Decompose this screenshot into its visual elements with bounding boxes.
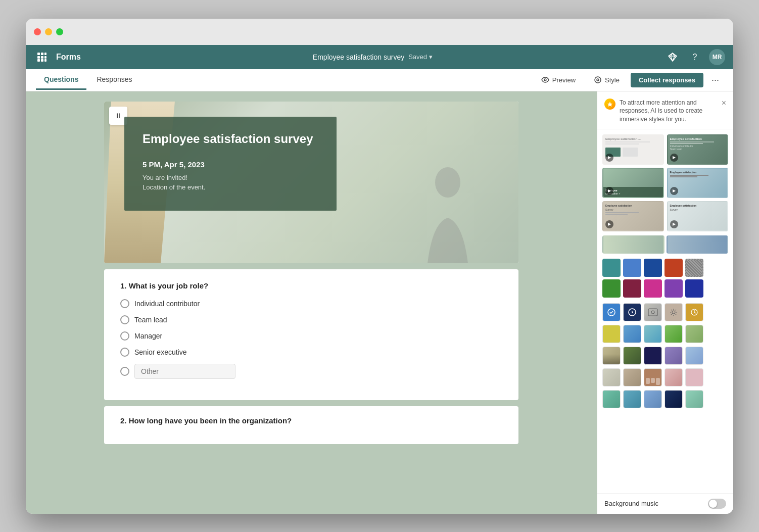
minimize-button[interactable] xyxy=(45,28,52,35)
radio-senior[interactable] xyxy=(120,348,129,357)
tile-city[interactable] xyxy=(602,347,621,365)
tile-green-light[interactable] xyxy=(685,325,703,343)
option-senior: Senior executive xyxy=(120,348,502,357)
tile-meadow[interactable] xyxy=(665,325,683,343)
swatch-purple[interactable] xyxy=(665,279,683,298)
tab-responses[interactable]: Responses xyxy=(88,70,140,90)
tile-stripe[interactable] xyxy=(644,390,662,408)
option-label-teamlead: Team lead xyxy=(134,316,167,324)
svg-rect-0 xyxy=(37,53,40,55)
swatch-dark-red[interactable] xyxy=(623,279,641,298)
swatch-terracotta[interactable] xyxy=(665,259,683,277)
tile-sky[interactable] xyxy=(623,325,641,343)
preview-label: Preview xyxy=(552,76,576,84)
theme-thumb-2[interactable]: Employee satisfaction Individual contrib… xyxy=(667,134,729,165)
cover-date: 5 PM, Apr 5, 2023 xyxy=(143,160,318,169)
tile-pink-texture[interactable] xyxy=(665,368,683,386)
swatch-texture[interactable] xyxy=(685,259,703,277)
saved-badge: Saved ▾ xyxy=(408,53,433,61)
panel-scroll[interactable]: Employee satisfaction ... ▶ xyxy=(597,129,733,493)
preview-button[interactable]: Preview xyxy=(534,73,583,87)
svg-marker-9 xyxy=(669,53,677,61)
tile-mint[interactable] xyxy=(685,390,703,408)
tile-teal-grad[interactable] xyxy=(602,390,621,408)
background-music-toggle[interactable] xyxy=(708,499,726,509)
tile-row-1 xyxy=(597,302,733,322)
radio-individual[interactable] xyxy=(120,299,129,308)
tab-questions[interactable]: Questions xyxy=(36,70,86,90)
help-icon-button[interactable]: ? xyxy=(687,49,703,65)
option-other xyxy=(120,364,502,379)
svg-point-16 xyxy=(595,77,601,83)
tile-gear[interactable] xyxy=(665,303,683,321)
svg-rect-1 xyxy=(41,53,43,55)
tile-rose[interactable] xyxy=(685,368,703,386)
tile-dark-icon[interactable] xyxy=(623,303,641,321)
tile-yellow[interactable] xyxy=(602,325,621,343)
play-icon-2: ▶ xyxy=(670,154,678,162)
ai-icon xyxy=(604,99,615,110)
close-panel-button[interactable]: × xyxy=(722,99,726,108)
radio-teamlead[interactable] xyxy=(120,315,129,324)
survey-title: Employee satisfaction survey xyxy=(313,53,404,61)
tile-gold[interactable] xyxy=(685,303,703,321)
theme-thumb-4[interactable]: Employee satisfaction ▶ xyxy=(667,168,729,198)
tile-forest[interactable] xyxy=(623,347,641,365)
swatch-dark-blue[interactable] xyxy=(644,259,662,277)
swatch-blue-medium[interactable] xyxy=(623,259,641,277)
maximize-button[interactable] xyxy=(56,28,63,35)
tile-sky-blue[interactable] xyxy=(685,347,703,365)
radio-manager[interactable] xyxy=(120,331,129,341)
question-icon: ? xyxy=(693,53,697,62)
cover-title: Employee satisfaction survey xyxy=(143,132,318,146)
waffle-menu-button[interactable] xyxy=(34,49,50,65)
play-icon-3: ▶ xyxy=(605,187,613,195)
swatch-green[interactable] xyxy=(602,279,621,298)
question-1-content: 1. What is your job role? Individual con… xyxy=(104,269,518,400)
tile-ocean[interactable] xyxy=(644,325,662,343)
tile-indigo-dark[interactable] xyxy=(665,390,683,408)
style-button[interactable]: Style xyxy=(587,73,627,87)
tile-night[interactable] xyxy=(644,347,662,365)
radio-other[interactable] xyxy=(120,367,129,376)
diamond-icon-button[interactable] xyxy=(665,49,681,65)
user-avatar[interactable]: MR xyxy=(709,49,725,65)
theme-thumb-3[interactable]: Employee satisfaction ✓ ▶ xyxy=(602,168,664,198)
cover-image: ⏸ Employee satisfaction survey 5 PM, Apr… xyxy=(104,102,518,263)
tile-lavender[interactable] xyxy=(665,347,683,365)
tile-wood[interactable] xyxy=(623,368,641,386)
svg-point-24 xyxy=(672,311,675,314)
theme-thumb-7[interactable] xyxy=(602,235,665,254)
collect-responses-button[interactable]: Collect responses xyxy=(631,73,703,87)
tile-people[interactable] xyxy=(644,368,662,386)
other-input[interactable] xyxy=(134,364,235,379)
cover-card: ⏸ Employee satisfaction survey 5 PM, Apr… xyxy=(104,102,518,263)
tile-row-4 xyxy=(597,367,733,388)
tile-grey-room[interactable] xyxy=(602,368,621,386)
swatch-pink[interactable] xyxy=(644,279,662,298)
theme-thumb-8[interactable] xyxy=(667,235,729,254)
chevron-down-icon: ▾ xyxy=(429,53,433,61)
swatch-teal[interactable] xyxy=(602,259,621,277)
main-content: ⏸ Employee satisfaction survey 5 PM, Apr… xyxy=(26,91,733,514)
question-1-label: 1. What is your job role? xyxy=(120,281,502,290)
cover-overlay: Employee satisfaction survey 5 PM, Apr 5… xyxy=(124,117,337,211)
theme-thumb-5[interactable]: Employee satisfaction Survey ▶ xyxy=(602,201,664,231)
svg-point-17 xyxy=(597,79,599,81)
swatch-row-2 xyxy=(602,279,728,298)
form-editor: ⏸ Employee satisfaction survey 5 PM, Apr… xyxy=(26,91,597,514)
theme-thumb-6[interactable]: Employee satisfaction Survey ▶ xyxy=(667,201,729,231)
app-header: Forms Employee satisfaction survey Saved… xyxy=(26,45,733,69)
tile-grey-photo[interactable] xyxy=(644,303,662,321)
theme-thumb-1[interactable]: Employee satisfaction ... ▶ xyxy=(602,134,664,165)
header-left: Forms xyxy=(34,49,81,65)
more-options-button[interactable]: ··· xyxy=(707,72,723,88)
tile-blue-icon[interactable] xyxy=(602,303,621,321)
play-icon-1: ▶ xyxy=(605,154,613,162)
pause-icon: ⏸ xyxy=(115,112,122,120)
swatch-indigo[interactable] xyxy=(685,279,703,298)
close-button[interactable] xyxy=(34,28,41,35)
tile-wave[interactable] xyxy=(623,390,641,408)
theme-grid: Employee satisfaction ... ▶ xyxy=(597,129,733,234)
play-icon-5: ▶ xyxy=(605,220,613,228)
